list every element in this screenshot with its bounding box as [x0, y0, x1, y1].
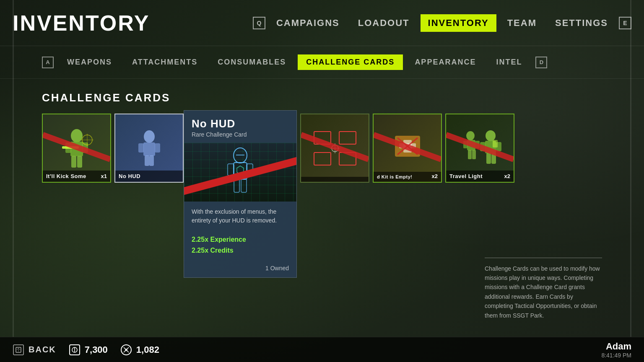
- svg-point-39: [466, 131, 475, 140]
- svg-rect-27: [314, 153, 331, 165]
- card-1-soldier-svg: [49, 123, 104, 173]
- svg-point-45: [486, 130, 496, 141]
- popup-owned: 1 Owned: [184, 261, 296, 277]
- svg-point-0: [71, 129, 83, 142]
- card-4-icon-svg: [382, 127, 433, 169]
- credits-value: 7,300: [85, 344, 108, 355]
- sub-tab-intel[interactable]: INTEL: [488, 54, 530, 70]
- card-4-label: d Kit is Empty!: [374, 172, 441, 182]
- popup-reward-experience: 2.25x Experience: [192, 234, 289, 245]
- back-label: BACK: [29, 345, 56, 354]
- currency-1: 7,300: [69, 344, 108, 356]
- svg-rect-42: [475, 141, 480, 148]
- card-2-soldier-svg: [124, 123, 174, 173]
- svg-point-59: [125, 349, 127, 351]
- currency-2: 1,082: [120, 344, 159, 356]
- card-3-image: [301, 114, 369, 182]
- svg-point-11: [144, 130, 155, 143]
- sub-navigation: A WEAPONS ATTACHMENTS CONSUMABLES CHALLE…: [0, 46, 644, 79]
- credits-icon: [69, 344, 80, 356]
- popup-reward-credits: 2.25x Credits: [192, 245, 289, 256]
- svg-rect-14: [155, 143, 160, 153]
- nav-key-q: Q: [253, 17, 265, 29]
- card-5-soldier-svg: [453, 124, 507, 172]
- card-3-icon-svg: [310, 127, 360, 169]
- cards-row: It'll Kick Some x1 No H: [42, 114, 602, 278]
- challenge-card-1[interactable]: It'll Kick Some x1: [42, 114, 111, 183]
- svg-rect-44: [472, 150, 476, 159]
- popup-header: No HUD Rare Challenge Card: [184, 111, 296, 143]
- svg-rect-6: [62, 146, 79, 149]
- card-1-label: It'll Kick Some: [43, 171, 110, 182]
- popup-card-name: No HUD: [192, 117, 289, 130]
- bottom-left: BACK 7,300 1,082: [13, 344, 159, 356]
- card-2-label: No HUD: [115, 171, 183, 182]
- nav-settings[interactable]: SETTINGS: [548, 14, 615, 32]
- svg-rect-13: [138, 143, 144, 153]
- svg-rect-41: [463, 141, 467, 148]
- nav-inventory[interactable]: INVENTORY: [421, 14, 496, 32]
- svg-rect-16: [149, 155, 154, 166]
- svg-rect-43: [468, 150, 472, 159]
- svg-rect-22: [241, 179, 247, 192]
- challenge-card-3[interactable]: [300, 114, 369, 183]
- popup-rewards: 2.25x Experience 2.25x Credits: [184, 231, 296, 261]
- svg-rect-47: [480, 142, 486, 151]
- info-divider: [485, 258, 602, 258]
- svg-rect-25: [314, 132, 331, 144]
- xp-value: 1,082: [136, 344, 159, 355]
- nav-loadout[interactable]: LOADOUT: [351, 14, 417, 32]
- card-5-count: x2: [504, 173, 510, 179]
- popup-card: No HUD Rare Challenge Card: [184, 110, 297, 278]
- back-button[interactable]: BACK: [13, 344, 56, 356]
- bottom-right: Adam 8:41:49 PM: [601, 341, 631, 359]
- svg-rect-1: [70, 142, 83, 156]
- svg-rect-50: [491, 153, 496, 164]
- card-5-label: Travel Light: [446, 171, 514, 182]
- svg-rect-4: [71, 156, 76, 168]
- popup-card-description: With the exclusion of menus, the entiret…: [184, 202, 296, 231]
- svg-rect-28: [339, 153, 356, 165]
- bottom-bar: BACK 7,300 1,082 Adam 8:41:49 PM: [0, 337, 644, 362]
- svg-rect-5: [77, 156, 82, 168]
- svg-rect-51: [493, 140, 498, 147]
- card-3-label: [301, 177, 369, 182]
- popup-card-rarity: Rare Challenge Card: [192, 131, 289, 138]
- svg-rect-15: [145, 155, 149, 166]
- sub-key-d: D: [535, 57, 547, 68]
- xp-icon: [120, 344, 132, 356]
- svg-rect-12: [143, 142, 155, 156]
- nav-items: Q CAMPAIGNS LOADOUT INVENTORY TEAM SETTI…: [253, 14, 631, 32]
- card-4-count: x2: [432, 173, 438, 179]
- svg-rect-40: [467, 140, 475, 150]
- nav-campaigns[interactable]: CAMPAIGNS: [269, 14, 347, 32]
- nav-key-e: E: [619, 17, 631, 29]
- svg-rect-26: [339, 132, 356, 144]
- back-icon: [13, 344, 24, 356]
- sub-tab-challenge-cards[interactable]: CHALLENGE CARDS: [298, 54, 403, 70]
- sub-tab-weapons[interactable]: WEAPONS: [59, 54, 120, 70]
- sub-tab-consumables[interactable]: CONSUMABLES: [209, 54, 294, 70]
- popup-card-image: [184, 143, 296, 202]
- challenge-card-4[interactable]: d Kit is Empty! x2: [373, 114, 442, 183]
- sub-key-a: A: [42, 57, 54, 68]
- player-name: Adam: [601, 341, 631, 352]
- player-time: 8:41:49 PM: [601, 352, 631, 359]
- challenge-card-2[interactable]: No HUD: [114, 114, 184, 183]
- page-title: INVENTORY: [13, 10, 150, 36]
- challenge-card-5[interactable]: Travel Light x2: [445, 114, 514, 183]
- nav-team[interactable]: TEAM: [500, 14, 544, 32]
- sub-tab-appearance[interactable]: APPEARANCE: [406, 54, 484, 70]
- top-navigation: INVENTORY Q CAMPAIGNS LOADOUT INVENTORY …: [0, 0, 644, 46]
- info-panel: Challenge Cards can be used to modify ho…: [485, 258, 602, 320]
- sub-tab-attachments[interactable]: ATTACHMENTS: [124, 54, 206, 70]
- info-text: Challenge Cards can be used to modify ho…: [485, 264, 602, 320]
- section-title: CHALLENGE CARDS: [42, 91, 602, 104]
- svg-rect-49: [486, 153, 491, 164]
- card-1-count: x1: [101, 173, 107, 179]
